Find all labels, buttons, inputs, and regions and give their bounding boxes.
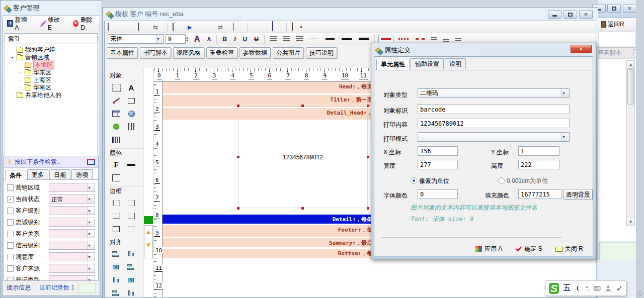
maximize-button[interactable]	[564, 10, 577, 19]
checkbox[interactable]	[7, 242, 14, 249]
fill-color-button[interactable]	[109, 172, 123, 184]
align-button-7[interactable]	[109, 287, 123, 298]
copy-button[interactable]	[173, 23, 182, 31]
align-button-8[interactable]	[124, 287, 138, 298]
expand-icon[interactable]: ▾	[10, 55, 15, 60]
y-coord-input[interactable]	[518, 146, 559, 156]
search-tab-2[interactable]: 更多	[27, 169, 48, 179]
run-button[interactable]: ▶	[188, 23, 197, 31]
resize-handle[interactable]	[237, 207, 239, 210]
scroll-thumb[interactable]	[627, 69, 634, 105]
tree-item[interactable]: ·共享给他人的	[5, 91, 97, 99]
search-tab-4[interactable]: 选项	[71, 169, 93, 179]
condition-select[interactable]: ▼	[49, 229, 95, 238]
border-left-button[interactable]	[109, 197, 123, 209]
resize-handle[interactable]	[367, 207, 369, 210]
checkbox[interactable]	[7, 184, 14, 191]
apply-button[interactable]: 应用 A	[475, 245, 502, 253]
image-tool[interactable]	[124, 108, 138, 120]
template-tab-4[interactable]: 重叠检查	[206, 47, 237, 59]
checkbox[interactable]	[7, 219, 14, 226]
border-none-button[interactable]	[124, 223, 138, 235]
x-coord-input[interactable]	[418, 146, 458, 156]
dialog-tab-3[interactable]: 说明	[445, 58, 466, 69]
object-type-select[interactable]: 二维码▼	[418, 88, 570, 98]
text-tool[interactable]: A	[124, 81, 138, 93]
condition-select[interactable]: ▼	[49, 183, 95, 192]
line-thin-button[interactable]	[309, 39, 318, 39]
moon-icon[interactable]	[575, 284, 582, 292]
template-tab-7[interactable]: 技巧说明	[306, 47, 337, 59]
condition-select[interactable]: ▼	[49, 252, 95, 261]
resize-handle[interactable]	[237, 105, 239, 107]
checkbox[interactable]	[7, 231, 14, 237]
close-button[interactable]: ✕	[579, 10, 593, 19]
font-shrink-button[interactable]: A	[207, 36, 211, 42]
condition-select[interactable]: ▼	[49, 206, 95, 215]
script-green-button[interactable]	[253, 23, 262, 31]
tree-item[interactable]: ·上海区	[5, 76, 97, 84]
tree-item[interactable]: ·我的客户组	[5, 46, 97, 54]
transparent-bg-button[interactable]: 透明背景	[564, 189, 593, 200]
edit-button[interactable]: 修改E	[37, 15, 64, 32]
bold-button[interactable]: B	[222, 36, 227, 43]
font-size-input[interactable]: 9	[166, 34, 186, 44]
template-tab-2[interactable]: 书写脚本	[140, 47, 171, 59]
template-tab-6[interactable]: 公共图片	[273, 47, 304, 59]
font-size-stepper[interactable]: ▲▼	[186, 36, 189, 42]
border-all-button[interactable]	[109, 223, 123, 235]
close-dialog-button[interactable]: 关闭 R	[555, 245, 583, 253]
font-family-select[interactable]: 宋体▼	[108, 34, 164, 44]
punctuation-icon[interactable]: °,	[586, 285, 590, 292]
main-maximize-button[interactable]	[607, 4, 621, 13]
multiline-tool[interactable]	[124, 121, 138, 133]
checkbox[interactable]: ✓	[7, 196, 14, 203]
resize-handle[interactable]	[301, 207, 304, 210]
keyboard-icon[interactable]	[594, 284, 601, 292]
barcode-tool[interactable]	[109, 134, 123, 146]
valign-middle-icon[interactable]	[455, 38, 461, 42]
align-right-icon[interactable]	[296, 36, 303, 42]
valign-top-icon[interactable]	[431, 37, 437, 41]
align-button-2[interactable]	[124, 248, 138, 260]
picture-button[interactable]	[233, 23, 242, 31]
align-center-icon[interactable]	[283, 36, 290, 42]
table-tool[interactable]	[109, 108, 123, 120]
print-mode-select[interactable]: ▼	[418, 132, 570, 142]
search-tab-3[interactable]: 日期	[49, 169, 70, 179]
vertical-scrollbar[interactable]: ▲ ▼	[626, 60, 635, 226]
ime-logo-icon[interactable]: S	[549, 283, 559, 294]
save-button[interactable]	[138, 23, 147, 31]
rect-tool[interactable]	[124, 94, 138, 107]
line-red-solid-button[interactable]	[378, 35, 393, 44]
line-medium-button[interactable]	[326, 38, 335, 40]
template-tab-5[interactable]: 参数数据	[239, 47, 271, 59]
resize-handle[interactable]	[367, 105, 369, 107]
border-right-button[interactable]	[124, 197, 138, 209]
checkbox[interactable]	[7, 208, 14, 214]
filter-icon[interactable]	[87, 159, 95, 165]
tree-item[interactable]: ·华东区	[5, 69, 97, 76]
border-bottom-button[interactable]	[109, 210, 123, 222]
tree-item[interactable]: ·华南区	[5, 84, 97, 91]
object-id-input[interactable]	[418, 105, 570, 114]
condition-select[interactable]: 正常▼	[49, 194, 95, 204]
resize-handle[interactable]	[367, 156, 369, 158]
ime-mode-label[interactable]: 五	[563, 283, 571, 293]
search-header[interactable]: 按以下条件检索..	[4, 156, 98, 168]
exit-door-button[interactable]	[292, 23, 301, 31]
font-enlarge-button[interactable]: A	[194, 35, 200, 44]
select-tool[interactable]	[109, 81, 123, 93]
tree-item[interactable]: ·本地区	[5, 61, 97, 69]
condition-select[interactable]: ▼	[49, 241, 95, 250]
return-button[interactable]: 返回R	[608, 20, 624, 29]
index-header[interactable]: 索引	[5, 33, 98, 43]
resize-handle[interactable]	[301, 105, 304, 107]
main-close-button[interactable]: ✕	[623, 4, 636, 13]
line-heavy-button[interactable]	[359, 38, 369, 40]
width-input[interactable]	[418, 160, 458, 169]
delete-button[interactable]: ✕删除D	[70, 15, 98, 32]
checkbox[interactable]	[7, 254, 14, 260]
new-file-button[interactable]	[108, 23, 117, 31]
resize-handle[interactable]	[237, 156, 239, 158]
